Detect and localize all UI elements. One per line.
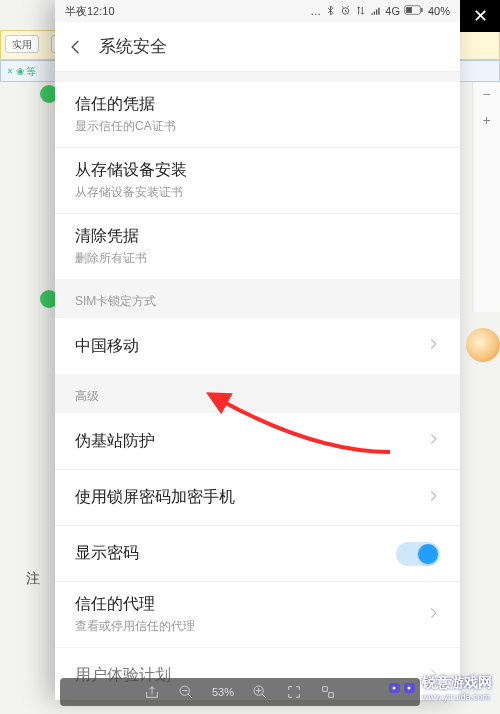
svg-point-9 — [408, 687, 411, 690]
row-title: 中国移动 — [75, 336, 139, 357]
signal-icon — [370, 5, 381, 18]
chevron-right-icon — [426, 337, 440, 355]
group-sim: 中国移动 — [55, 318, 460, 374]
row-encrypt-phone[interactable]: 使用锁屏密码加密手机 — [55, 469, 460, 525]
close-button[interactable]: ✕ — [460, 0, 500, 32]
chevron-right-icon — [426, 489, 440, 507]
watermark-logo-icon — [388, 678, 416, 698]
fullscreen-icon[interactable] — [286, 684, 302, 700]
row-china-mobile[interactable]: 中国移动 — [55, 318, 460, 374]
svg-point-8 — [393, 687, 396, 690]
minus-icon[interactable]: − — [473, 82, 500, 102]
phone-screenshot: 半夜12:10 … 4G 40% 系统安全 — [55, 0, 460, 700]
row-title: 从存储设备安装 — [75, 160, 187, 181]
bluetooth-icon — [325, 5, 336, 18]
right-edge-panel: − + − — [472, 82, 500, 312]
svg-rect-2 — [421, 8, 422, 12]
browser-tab[interactable]: 实用 — [5, 35, 39, 53]
row-trusted-agents[interactable]: 信任的代理 查看或停用信任的代理 — [55, 581, 460, 647]
row-title: 伪基站防护 — [75, 431, 155, 452]
watermark-text: 锐意游戏网 www.ytruida.com — [422, 674, 492, 702]
battery-label: 40% — [428, 5, 450, 17]
row-title: 使用锁屏密码加密手机 — [75, 487, 235, 508]
settings-content: 信任的凭据 显示信任的CA证书 从存储设备安装 从存储设备安装证书 清除凭据 删… — [55, 72, 460, 700]
row-install-from-storage[interactable]: 从存储设备安装 从存储设备安装证书 — [55, 147, 460, 213]
viewer-toolbar: 53% — [60, 678, 420, 706]
toggle-show-password[interactable] — [396, 542, 440, 566]
row-subtitle: 删除所有证书 — [75, 250, 147, 267]
row-title: 信任的凭据 — [75, 94, 176, 115]
row-title: 显示密码 — [75, 543, 139, 564]
row-clear-credentials[interactable]: 清除凭据 删除所有证书 — [55, 213, 460, 279]
zoom-out-icon[interactable] — [178, 684, 194, 700]
network-label: 4G — [385, 5, 400, 17]
back-button[interactable] — [67, 38, 85, 56]
battery-icon — [404, 5, 424, 17]
status-time: 半夜12:10 — [65, 4, 115, 19]
chevron-right-icon — [426, 432, 440, 450]
note-label: 注 — [26, 570, 40, 588]
row-trusted-credentials[interactable]: 信任的凭据 显示信任的CA证书 — [55, 82, 460, 147]
svg-rect-3 — [406, 7, 412, 13]
zoom-in-icon[interactable] — [252, 684, 268, 700]
row-title: 清除凭据 — [75, 226, 147, 247]
row-subtitle: 从存储设备安装证书 — [75, 184, 187, 201]
section-sim-lock: SIM卡锁定方式 — [55, 279, 460, 318]
row-title: 信任的代理 — [75, 594, 195, 615]
row-fake-bts-protection[interactable]: 伪基站防护 — [55, 413, 460, 469]
row-subtitle: 显示信任的CA证书 — [75, 118, 176, 135]
group-credentials: 信任的凭据 显示信任的CA证书 从存储设备安装 从存储设备安装证书 清除凭据 删… — [55, 82, 460, 279]
more-icon: … — [310, 5, 321, 17]
watermark: 锐意游戏网 www.ytruida.com — [388, 674, 492, 702]
chevron-right-icon — [426, 606, 440, 624]
status-bar: 半夜12:10 … 4G 40% — [55, 0, 460, 22]
page-header: 系统安全 — [55, 22, 460, 72]
row-subtitle: 查看或停用信任的代理 — [75, 618, 195, 635]
group-advanced: 伪基站防护 使用锁屏密码加密手机 显示密码 信任的代理 查看或停用信任的代理 用… — [55, 413, 460, 700]
zoom-level: 53% — [212, 686, 234, 698]
section-advanced: 高级 — [55, 374, 460, 413]
close-icon: ✕ — [473, 6, 488, 26]
plus-icon[interactable]: + — [473, 108, 500, 128]
rotate-icon[interactable] — [320, 684, 336, 700]
assistant-bubble-icon[interactable] — [466, 328, 500, 362]
row-show-password[interactable]: 显示密码 — [55, 525, 460, 581]
share-icon[interactable] — [144, 684, 160, 700]
page-title: 系统安全 — [99, 35, 167, 58]
alarm-icon — [340, 5, 351, 18]
data-icon — [355, 5, 366, 18]
